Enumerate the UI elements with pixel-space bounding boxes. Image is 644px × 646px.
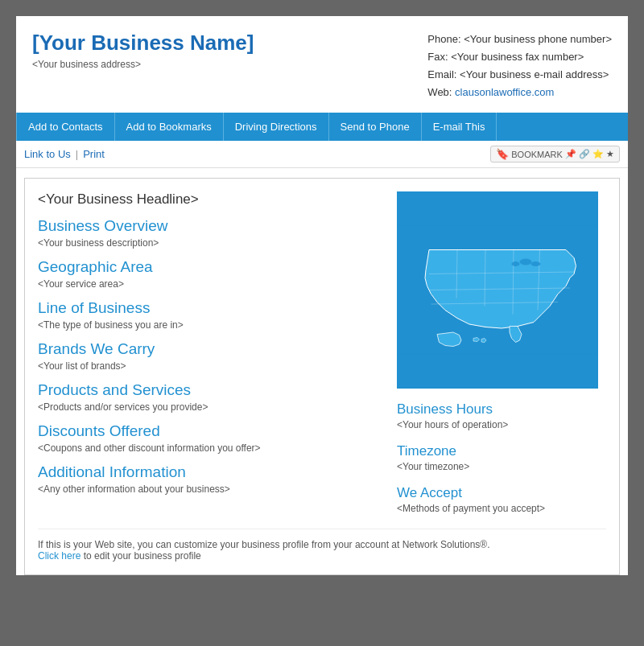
- right-column: Business Hours <Your hours of operation>…: [397, 191, 606, 514]
- header-left: [Your Business Name] <Your business addr…: [32, 31, 254, 70]
- bookmark-area: 🔖 BOOKMARK 📌 🔗 ⭐ ★: [490, 146, 620, 163]
- main-content-box: <Your Business Headline> Business Overvi…: [24, 178, 620, 575]
- nav-add-bookmarks[interactable]: Add to Bookmarks: [115, 113, 224, 141]
- web-link[interactable]: clausonlawoffice.com: [455, 86, 554, 98]
- bookmark-social-icons: 📌 🔗 ⭐ ★: [565, 149, 614, 159]
- nav-add-contacts[interactable]: Add to Contacts: [16, 113, 115, 141]
- section-discounts-offered: Discounts Offered <Coupons and other dis…: [38, 422, 381, 454]
- section-text-brands-we-carry: <Your list of brands>: [38, 360, 381, 372]
- nav-driving-directions[interactable]: Driving Directions: [224, 113, 329, 141]
- subnav-divider: |: [76, 148, 78, 160]
- phone-label: Phone:: [427, 33, 460, 45]
- section-text-geographic-area: <Your service area>: [38, 278, 381, 290]
- section-text-additional-information: <Any other information about your busine…: [38, 483, 381, 495]
- section-title-timezone: Timezone: [397, 443, 606, 459]
- section-title-line-of-business: Line of Business: [38, 299, 381, 317]
- section-title-business-hours: Business Hours: [397, 401, 606, 418]
- section-title-geographic-area: Geographic Area: [38, 258, 381, 276]
- section-business-overview: Business Overview <Your business descrip…: [38, 217, 381, 249]
- web-label: Web:: [427, 86, 452, 98]
- header-right: Phone: <Your business phone number> Fax:…: [427, 31, 612, 101]
- section-text-products-and-services: <Products and/or services you provide>: [38, 401, 381, 413]
- fax-label: Fax:: [427, 51, 448, 63]
- section-text-line-of-business: <The type of business you are in>: [38, 319, 381, 331]
- page-wrapper: [Your Business Name] <Your business addr…: [16, 16, 628, 575]
- section-title-we-accept: We Accept: [397, 485, 606, 501]
- section-timezone: Timezone <Your timezone>: [397, 443, 606, 472]
- section-geographic-area: Geographic Area <Your service area>: [38, 258, 381, 290]
- section-text-we-accept: <Methods of payment you accept>: [397, 503, 606, 514]
- fax-line: Fax: <Your business fax number>: [427, 48, 612, 66]
- svg-point-2: [531, 261, 541, 266]
- section-text-timezone: <Your timezone>: [397, 461, 606, 472]
- footer-text-after: to edit your business profile: [84, 550, 201, 562]
- content-grid: <Your Business Headline> Business Overvi…: [38, 191, 606, 514]
- bookmark-button[interactable]: 🔖 BOOKMARK 📌 🔗 ⭐ ★: [490, 146, 620, 163]
- usa-map: [397, 191, 598, 389]
- left-column: <Your Business Headline> Business Overvi…: [38, 191, 381, 514]
- business-name: [Your Business Name]: [32, 31, 254, 56]
- section-we-accept: We Accept <Methods of payment you accept…: [397, 485, 606, 514]
- section-title-brands-we-carry: Brands We Carry: [38, 340, 381, 358]
- section-line-of-business: Line of Business <The type of business y…: [38, 299, 381, 331]
- right-sections: Business Hours <Your hours of operation>…: [397, 401, 606, 514]
- main-navbar: Add to Contacts Add to Bookmarks Driving…: [16, 113, 628, 141]
- link-to-us[interactable]: Link to Us: [24, 148, 71, 160]
- section-brands-we-carry: Brands We Carry <Your list of brands>: [38, 340, 381, 372]
- footer-text-before: If this is your Web site, you can custom…: [38, 539, 490, 550]
- fax-value: <Your business fax number>: [451, 51, 584, 63]
- footer-note: If this is your Web site, you can custom…: [38, 529, 606, 562]
- nav-send-to-phone[interactable]: Send to Phone: [329, 113, 422, 141]
- section-text-discounts-offered: <Coupons and other discount information …: [38, 442, 381, 454]
- business-headline: <Your Business Headline>: [38, 191, 381, 208]
- business-address: <Your business address>: [32, 59, 254, 70]
- web-line: Web: clausonlawoffice.com: [427, 84, 612, 101]
- header: [Your Business Name] <Your business addr…: [16, 16, 628, 113]
- section-business-hours: Business Hours <Your hours of operation>: [397, 401, 606, 430]
- section-text-business-hours: <Your hours of operation>: [397, 419, 606, 430]
- email-label: Email:: [427, 68, 456, 80]
- print-link[interactable]: Print: [83, 148, 105, 160]
- section-title-discounts-offered: Discounts Offered: [38, 422, 381, 440]
- email-line: Email: <Your business e-mail address>: [427, 66, 612, 84]
- bookmark-icon: 🔖: [496, 148, 509, 160]
- section-products-and-services: Products and Services <Products and/or s…: [38, 381, 381, 413]
- phone-line: Phone: <Your business phone number>: [427, 31, 612, 48]
- section-text-business-overview: <Your business description>: [38, 237, 381, 249]
- section-additional-information: Additional Information <Any other inform…: [38, 463, 381, 495]
- svg-point-3: [512, 261, 520, 266]
- section-title-additional-information: Additional Information: [38, 463, 381, 481]
- email-value: <Your business e-mail address>: [460, 68, 609, 80]
- svg-point-1: [520, 259, 532, 265]
- phone-value: <Your business phone number>: [464, 33, 612, 45]
- bookmark-label: BOOKMARK: [511, 150, 563, 159]
- footer-click-here-link[interactable]: Click here: [38, 550, 80, 562]
- subnav: Link to Us | Print 🔖 BOOKMARK 📌 🔗 ⭐ ★: [16, 141, 628, 168]
- usa-map-svg: [397, 191, 598, 389]
- section-title-business-overview: Business Overview: [38, 217, 381, 235]
- section-title-products-and-services: Products and Services: [38, 381, 381, 399]
- nav-email-this[interactable]: E-mail This: [422, 113, 497, 141]
